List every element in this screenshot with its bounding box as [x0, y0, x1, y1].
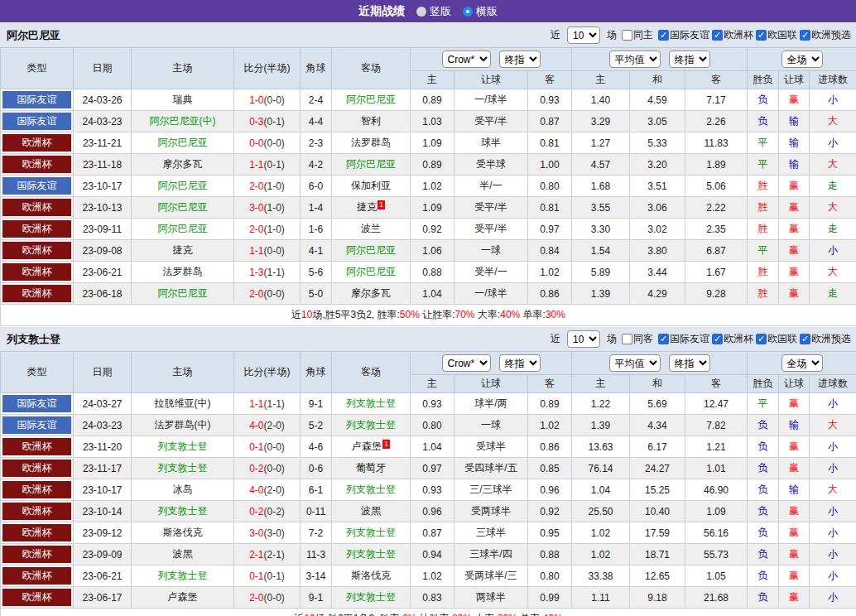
match-row: 欧洲杯 23-11-21 阿尔巴尼亚 0-0(0-0) 2-3 法罗群岛 1.0… — [1, 132, 856, 154]
avg-draw: 15.25 — [630, 479, 685, 501]
checkbox-checked-icon[interactable]: ✓ — [800, 30, 810, 41]
avg-home: 1.02 — [572, 544, 630, 565]
col-score: 比分(半场) — [234, 48, 301, 89]
checkbox-checked-icon[interactable]: ✓ — [756, 334, 767, 344]
score-halftime: (0-0) — [264, 441, 285, 453]
corners: 6-1 — [301, 479, 332, 501]
same-side-label: 同客 — [633, 332, 653, 346]
match-count-select[interactable]: 10 — [567, 330, 600, 348]
match-type-badge: 国际友谊 — [2, 91, 71, 108]
fulltime-select[interactable]: 全场 — [781, 354, 823, 372]
bookmaker-select[interactable]: Crow* — [442, 51, 491, 68]
result-wdl: 负 — [748, 544, 779, 565]
final-odds-select[interactable]: 终指 — [499, 51, 541, 68]
layout-radio-horizontal-label: 横版 — [476, 4, 498, 19]
away-team-name: 列支敦士登 — [346, 484, 396, 495]
odds-away: 1.02 — [528, 415, 572, 436]
avg-draw: 18.71 — [630, 544, 685, 565]
same-side-filter[interactable]: 同主 — [622, 28, 653, 42]
checkbox-checked-icon[interactable]: ✓ — [712, 30, 723, 41]
average-select[interactable]: 平均值 — [609, 354, 661, 372]
league-filter[interactable]: ✓国际友谊 — [658, 28, 709, 42]
home-team-name: 法罗群岛 — [163, 266, 203, 277]
league-filter[interactable]: ✓欧国联 — [756, 28, 797, 42]
avg-draw: 3.44 — [630, 262, 685, 283]
average-select[interactable]: 平均值 — [609, 51, 661, 68]
summary-segment: 让胜率: — [417, 613, 453, 616]
score-halftime: (1-0) — [264, 224, 285, 235]
result-wdl: 负 — [748, 522, 779, 544]
league-filter[interactable]: ✓欧洲杯 — [712, 28, 753, 42]
odds-home: 1.09 — [411, 197, 454, 219]
match-row: 欧洲杯 23-10-17 冰岛 4-0(2-0) 6-1 列支敦士登 0.93 … — [1, 479, 856, 501]
average-final-select[interactable]: 终指 — [669, 354, 710, 372]
layout-radio-vertical[interactable]: 竖版 — [416, 4, 451, 19]
league-filter[interactable]: ✓欧国联 — [756, 332, 797, 346]
result-handicap: 赢 — [779, 197, 810, 219]
checkbox-checked-icon[interactable]: ✓ — [800, 334, 810, 344]
odds-away: 0.97 — [528, 219, 572, 240]
home-team: 冰岛 — [132, 479, 234, 501]
away-team-name: 法罗群岛 — [351, 137, 391, 148]
score-fulltime: 2-0 — [249, 288, 263, 300]
col-away: 客场 — [332, 48, 411, 89]
score-halftime: (0-2) — [264, 506, 285, 517]
match-type-cell: 欧洲杯 — [1, 565, 74, 587]
odds-home: 0.83 — [411, 587, 454, 609]
page-title: 近期战绩 — [358, 4, 405, 19]
result-wdl: 负 — [748, 415, 779, 436]
checkbox-checked-icon[interactable]: ✓ — [756, 30, 767, 41]
col-date: 日期 — [74, 48, 132, 89]
corners: 2-3 — [301, 132, 332, 154]
radio-selected-icon[interactable] — [463, 7, 473, 17]
league-filters: ✓国际友谊✓欧洲杯✓欧国联✓欧洲预选 — [656, 28, 851, 42]
matches-table: 类型 日期 主场 比分(半场) 角球 客场 Crow* 终指 — [0, 47, 856, 326]
match-date: 23-10-14 — [74, 501, 132, 522]
result-goals: 小 — [810, 587, 856, 609]
layout-radio-horizontal[interactable]: 横版 — [463, 4, 498, 19]
away-team: 法罗群岛 — [332, 132, 411, 154]
match-count-select[interactable]: 10 — [567, 26, 600, 44]
summary-segment: 30% — [546, 309, 565, 320]
final-odds-select[interactable]: 终指 — [499, 354, 541, 372]
bookmaker-select[interactable]: Crow* — [442, 354, 491, 372]
odds-home: 0.93 — [411, 479, 454, 501]
average-final-select[interactable]: 终指 — [669, 51, 710, 68]
radio-unselected-icon[interactable] — [416, 7, 426, 17]
avg-away: 9.28 — [685, 283, 748, 305]
odds-home: 1.02 — [411, 176, 454, 197]
score-fulltime: 0-2 — [249, 463, 263, 474]
score-fulltime: 0-1 — [249, 570, 263, 582]
corners: 9-1 — [301, 587, 332, 609]
score: 4-0(2-0) — [234, 479, 301, 501]
checkbox-checked-icon[interactable]: ✓ — [712, 334, 723, 344]
checkbox-unchecked-icon[interactable] — [622, 30, 632, 41]
match-type-cell: 国际友谊 — [1, 111, 74, 132]
summary-row: 近10场,胜0平1负9, 胜率:0% 让胜率:80% 大率:20% 单率:40% — [1, 609, 856, 616]
score-fulltime: 1-1 — [249, 159, 263, 171]
league-filter-label: 国际友谊 — [670, 28, 709, 42]
checkbox-unchecked-icon[interactable] — [622, 334, 632, 344]
same-side-filter[interactable]: 同客 — [622, 332, 653, 346]
result-goals: 小 — [810, 132, 856, 154]
league-filter[interactable]: ✓欧洲预选 — [800, 28, 851, 42]
section-header: 阿尔巴尼亚 近 10 场 同主 ✓国际友谊✓欧洲杯✓欧国联✓欧洲预选 — [0, 22, 856, 47]
corners: 5-0 — [301, 283, 332, 305]
fulltime-select-cell: 全场 — [748, 48, 856, 71]
checkbox-checked-icon[interactable]: ✓ — [658, 30, 669, 41]
league-filter[interactable]: ✓国际友谊 — [658, 332, 709, 346]
odds-home: 0.89 — [411, 89, 454, 111]
col-corner: 角球 — [301, 352, 332, 393]
checkbox-checked-icon[interactable]: ✓ — [658, 334, 669, 344]
match-row: 国际友谊 24-03-26 瑞典 1-0(0-0) 2-4 阿尔巴尼亚 0.89… — [1, 89, 856, 111]
fulltime-select[interactable]: 全场 — [781, 51, 823, 68]
match-row: 欧洲杯 23-06-18 阿尔巴尼亚 2-0(0-0) 5-0 摩尔多瓦 1.0… — [1, 283, 856, 305]
corners: 5-6 — [301, 262, 332, 283]
team-section: 阿尔巴尼亚 近 10 场 同主 ✓国际友谊✓欧洲杯✓欧国联✓欧洲预选 — [0, 22, 856, 326]
away-team: 智利 — [332, 111, 411, 132]
score-halftime: (0-0) — [264, 94, 285, 106]
score-halftime: (1-0) — [264, 180, 285, 192]
league-filter[interactable]: ✓欧洲杯 — [712, 332, 753, 346]
league-filter[interactable]: ✓欧洲预选 — [800, 332, 851, 346]
home-team: 拉脱维亚(中) — [132, 393, 234, 415]
